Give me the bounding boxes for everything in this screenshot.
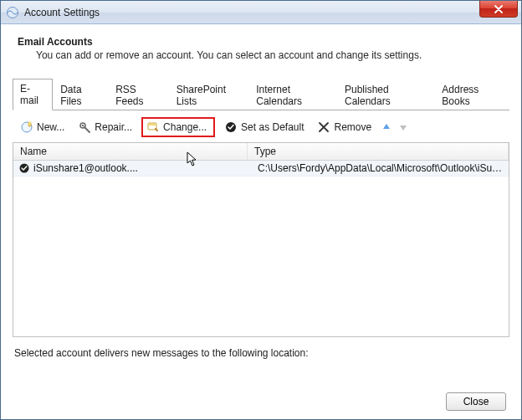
- account-settings-window: Account Settings Email Accounts You can …: [0, 0, 522, 420]
- toolbar: New... Repair...: [13, 110, 509, 142]
- column-header-name[interactable]: Name: [13, 143, 248, 160]
- tab-email[interactable]: E-mail: [13, 79, 53, 110]
- change-button[interactable]: Change...: [141, 117, 215, 137]
- tab-address-books[interactable]: Address Books: [434, 79, 509, 110]
- tabstrip: E-mail Data Files RSS Feeds SharePoint L…: [13, 78, 509, 110]
- set-default-button[interactable]: Set as Default: [220, 118, 308, 136]
- close-button[interactable]: Close: [446, 392, 506, 411]
- svg-rect-7: [149, 124, 156, 125]
- tab-internet-calendars[interactable]: Internet Calendars: [248, 79, 337, 110]
- list-header: Name Type: [13, 143, 509, 161]
- remove-label: Remove: [334, 121, 371, 133]
- delivery-location-label: Selected account delivers new messages t…: [14, 347, 509, 359]
- change-label: Change...: [163, 121, 207, 133]
- tab-rss-feeds[interactable]: RSS Feeds: [108, 79, 168, 110]
- move-down-button[interactable]: [397, 121, 409, 133]
- default-account-icon: [18, 162, 30, 174]
- change-icon: [146, 120, 160, 134]
- accounts-list: Name Type iSunshare1@outlook.... C:\User…: [13, 142, 509, 337]
- window-close-button[interactable]: [479, 1, 518, 18]
- row-type: C:\Users\Fordy\AppData\Local\Microsoft\O…: [256, 162, 504, 174]
- row-name: iSunshare1@outlook....: [33, 162, 256, 174]
- repair-button[interactable]: Repair...: [74, 118, 136, 136]
- move-up-button[interactable]: [381, 121, 392, 133]
- window-title: Account Settings: [24, 6, 100, 18]
- repair-label: Repair...: [95, 121, 132, 133]
- svg-point-3: [29, 122, 31, 124]
- set-default-icon: [224, 120, 238, 134]
- new-label: New...: [37, 121, 64, 133]
- new-button[interactable]: New...: [16, 118, 69, 136]
- titlebar: Account Settings: [1, 1, 521, 24]
- tab-data-files[interactable]: Data Files: [53, 79, 108, 110]
- remove-icon: [317, 120, 330, 134]
- page-subtitle: You can add or remove an account. You ca…: [36, 49, 509, 61]
- table-row[interactable]: iSunshare1@outlook.... C:\Users\Fordy\Ap…: [13, 161, 509, 177]
- svg-point-5: [82, 125, 84, 126]
- remove-button[interactable]: Remove: [313, 118, 376, 136]
- tab-published-calendars[interactable]: Published Calendars: [337, 79, 434, 110]
- content-area: Email Accounts You can add or remove an …: [1, 24, 521, 419]
- repair-icon: [78, 120, 91, 134]
- new-icon: [20, 120, 33, 134]
- set-default-label: Set as Default: [241, 121, 304, 133]
- list-body: iSunshare1@outlook.... C:\Users\Fordy\Ap…: [13, 161, 509, 336]
- page-title: Email Accounts: [18, 36, 509, 48]
- column-header-type[interactable]: Type: [248, 143, 509, 160]
- dialog-buttons: Close: [13, 387, 509, 411]
- tab-sharepoint-lists[interactable]: SharePoint Lists: [169, 79, 249, 110]
- app-icon: [6, 6, 19, 19]
